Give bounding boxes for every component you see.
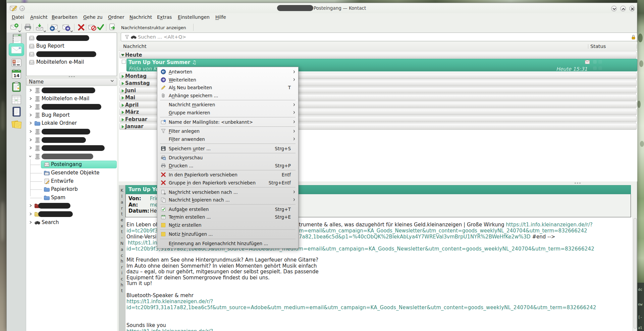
menu-einstellungen[interactable]: Einstellungen	[178, 14, 210, 20]
sidebar-item-notes[interactable]	[11, 118, 22, 130]
sidebar-item-todo-list[interactable]	[11, 81, 22, 93]
favorite-folder-item[interactable]	[29, 35, 89, 41]
favorite-folder-item[interactable]	[29, 51, 96, 57]
new-message-dropdown-icon[interactable]	[18, 28, 21, 30]
folder-row-search[interactable]: Search	[26, 219, 117, 227]
menu-item-in-den-papierkorb-verschieben[interactable]: In den Papierkorb verschiebenEntf	[157, 171, 298, 179]
sidebar-item-contacts[interactable]	[11, 57, 22, 68]
menu-item-name-der-mailingliste-unbekannt[interactable]: Name der Mailingliste: <unbekannt>›	[157, 118, 298, 126]
body-link[interactable]: https://t1.info.kleinanzeigen.de/r/?	[126, 298, 213, 305]
menu-hilfe[interactable]: Hilfe	[215, 14, 226, 20]
folder-row[interactable]	[26, 144, 117, 152]
minimize-button[interactable]	[611, 6, 617, 11]
sidebar-item-journal[interactable]	[11, 106, 22, 117]
group-header-heute[interactable]: Heute	[119, 52, 637, 58]
expand-triangle-icon[interactable]	[122, 104, 124, 107]
expand-triangle-icon[interactable]	[122, 96, 124, 100]
body-link[interactable]: https://t1.info.kleinanzeigen.de/r/?	[126, 328, 213, 331]
menu-item-anhänge-speichern[interactable]: Anhänge speichern ...	[157, 92, 298, 100]
menu-item-nachricht-markieren[interactable]: Nachricht markieren›	[157, 101, 298, 109]
folder-row[interactable]	[26, 87, 117, 95]
fetch-mail-button[interactable]	[36, 23, 44, 31]
message-list-header[interactable]: Nachricht Status	[119, 42, 637, 51]
reply-button[interactable]	[50, 23, 58, 31]
menu-item-weiterleiten[interactable]: Weiterleiten›	[157, 76, 298, 84]
expander-collapsed-icon[interactable]	[29, 212, 32, 216]
sidebar-item-timesheet[interactable]	[11, 94, 22, 105]
filter-icon[interactable]	[125, 35, 129, 40]
expand-triangle-icon[interactable]	[122, 82, 124, 85]
mark-spam-button[interactable]	[88, 23, 96, 31]
column-nachricht[interactable]: Nachricht	[123, 44, 147, 49]
favorite-folder-item[interactable]: Mobiltelefon e-Mail	[29, 59, 84, 65]
forward-button[interactable]	[62, 23, 70, 31]
column-divider[interactable]	[588, 44, 588, 49]
menu-item-speichern-unter[interactable]: Speichern unter ...Strg+S	[157, 145, 298, 153]
jump-button[interactable]	[108, 23, 116, 31]
menu-item-filter-anwenden[interactable]: Filter anwenden›	[157, 135, 298, 143]
folder-row-lokale-ordner[interactable]: Lokale Ordner	[26, 119, 117, 127]
expander-collapsed-icon[interactable]	[29, 105, 32, 109]
menu-item-notiz-erstellen[interactable]: Notiz erstellen	[157, 221, 298, 229]
menu-item-erinnerung-an-folgenachricht-hinzufügen[interactable]: Erinnerung an Folgenachricht hinzufügen …	[157, 239, 298, 247]
maximize-button[interactable]	[620, 6, 626, 11]
menu-ansicht[interactable]: Ansicht	[30, 14, 48, 20]
body-link[interactable]: id=tc20b9f3,31a17a82,1bea6c5f&utm_source…	[126, 305, 596, 311]
folder-list-header[interactable]: Name	[26, 78, 117, 86]
expand-triangle-icon[interactable]	[122, 89, 124, 93]
body-link[interactable]: 7a82,1bea6c5d&p1=%40cObQK%2BlekAbLya4Y7W…	[299, 234, 532, 240]
mark-ham-button[interactable]	[97, 23, 105, 31]
menu-item-filter-anlegen[interactable]: Filter anlegen›	[157, 127, 298, 135]
menu-bearbeiten[interactable]: Bearbeiten	[52, 14, 77, 20]
forward-dropdown-icon[interactable]	[70, 28, 73, 30]
sidebar-item-summary[interactable]	[11, 33, 22, 45]
column-status[interactable]: Status	[590, 44, 606, 49]
preview-scrollbar[interactable]	[633, 217, 637, 331]
expand-triangle-icon[interactable]	[122, 118, 124, 121]
folder-row[interactable]	[26, 128, 117, 136]
folder-row[interactable]	[26, 202, 117, 210]
menu-item-termin-erstellen[interactable]: Termin erstellen ...Strg+E	[157, 213, 298, 221]
print-button[interactable]	[24, 23, 32, 31]
menu-item-gruppe-markieren[interactable]: Gruppe markieren›	[157, 109, 298, 117]
menu-item-antworten[interactable]: Antworten›	[157, 68, 298, 76]
menu-item-druckvorschau[interactable]: Druckvorschau	[157, 154, 298, 162]
folder-row[interactable]	[26, 210, 117, 218]
fetch-mail-dropdown-icon[interactable]	[43, 28, 46, 30]
lock-icon[interactable]	[631, 35, 636, 40]
expander-collapsed-icon[interactable]	[29, 220, 32, 224]
titlebar-menu-button[interactable]	[19, 6, 25, 11]
menu-item-notiz-hinzufügen[interactable]: Notiz hinzufügen ...	[157, 230, 298, 238]
expander-collapsed-icon[interactable]	[29, 146, 32, 150]
expander-collapsed-icon[interactable]	[29, 138, 32, 142]
reply-dropdown-icon[interactable]	[57, 28, 60, 30]
collapse-triangle-icon[interactable]	[121, 54, 124, 56]
body-link[interactable]: m=email&utm_campaign=KA_Goods_Newsletter…	[299, 228, 587, 234]
thread-expander-box[interactable]	[122, 60, 126, 64]
expander-collapsed-icon[interactable]	[29, 113, 32, 117]
folder-row[interactable]	[26, 153, 117, 161]
folder-row[interactable]	[26, 136, 117, 144]
search-bar[interactable]: Suchen ... <Alt+Q>	[121, 33, 637, 41]
column-divider[interactable]	[637, 44, 637, 49]
expand-triangle-icon[interactable]	[122, 125, 124, 128]
expander-collapsed-icon[interactable]	[29, 88, 32, 92]
sidebar-item-mail[interactable]	[11, 44, 22, 56]
menu-item-drucken[interactable]: Drucken ...Strg+P	[157, 162, 298, 170]
expander-expanded-icon[interactable]	[29, 154, 32, 158]
close-button[interactable]	[629, 6, 635, 11]
titlebar[interactable]: Posteingang — Kontact	[7, 3, 637, 13]
splitter-handle-icon[interactable]	[69, 76, 70, 77]
sidebar-item-calendar[interactable]: 14	[11, 68, 22, 80]
menu-item-gruppe-in-den-papierkorb-verschieben[interactable]: Gruppe in den Papierkorb verschiebenStrg…	[157, 179, 298, 187]
body-link[interactable]: https://t1.info.kleinanzeigen.de/r/?	[506, 222, 592, 228]
folder-row-bug-report[interactable]: Bug Report	[26, 111, 117, 119]
message-structure-tab[interactable]: Klartext-Nachricht	[119, 185, 125, 331]
folder-row[interactable]	[26, 103, 117, 111]
body-link[interactable]: https://t1.in	[128, 240, 157, 246]
menu-nachricht[interactable]: Nachricht	[129, 14, 152, 20]
search-input[interactable]: Suchen ... <Alt+Q>	[138, 34, 186, 40]
expander-collapsed-icon[interactable]	[29, 97, 32, 101]
splitter-handle-icon[interactable]	[575, 182, 576, 184]
menu-ordner[interactable]: Ordner	[108, 14, 124, 20]
